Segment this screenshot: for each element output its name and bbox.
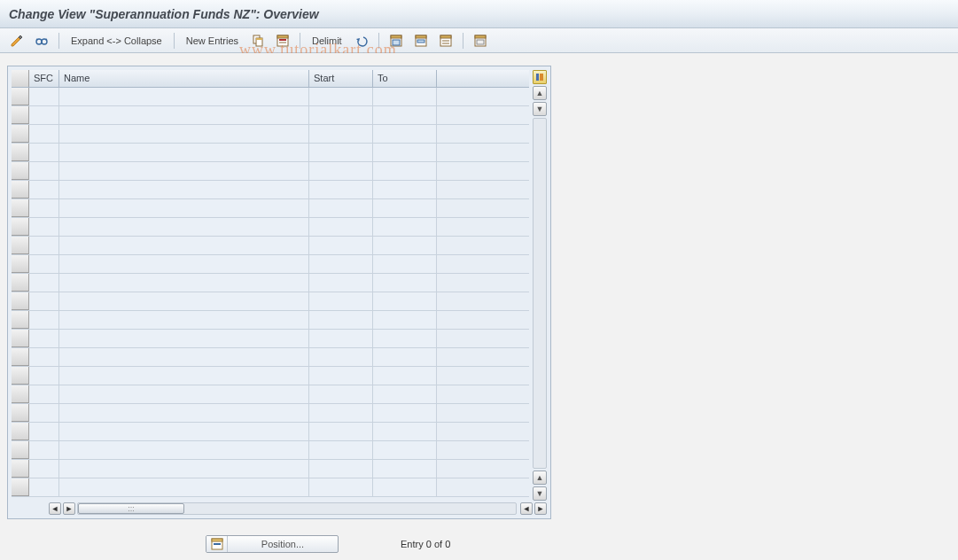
scroll-left-button[interactable]: ◄ (49, 502, 61, 515)
row-selector[interactable] (12, 144, 29, 161)
cell-to[interactable] (373, 367, 437, 385)
cell-to[interactable] (373, 441, 437, 459)
cell-name[interactable] (59, 441, 309, 459)
expand-collapse-button[interactable]: Expand <-> Collapse (65, 32, 168, 50)
cell-start[interactable] (309, 274, 373, 292)
table-row[interactable] (12, 441, 529, 460)
undo-change-button[interactable] (350, 32, 373, 50)
cell-sfc[interactable] (29, 311, 59, 329)
cell-sfc[interactable] (29, 460, 59, 478)
table-row[interactable] (12, 330, 529, 348)
row-selector[interactable] (12, 255, 29, 273)
table-row[interactable] (12, 255, 529, 274)
cell-start[interactable] (309, 125, 373, 143)
cell-name[interactable] (59, 460, 309, 478)
cell-sfc[interactable] (29, 125, 59, 143)
row-selector[interactable] (12, 125, 29, 143)
cell-sfc[interactable] (29, 423, 59, 440)
scroll-up-button[interactable]: ▲ (533, 86, 547, 100)
cell-name[interactable] (59, 404, 309, 422)
cell-start[interactable] (309, 237, 373, 254)
cell-name[interactable] (59, 237, 309, 254)
row-selector[interactable] (12, 292, 29, 310)
cell-to[interactable] (373, 330, 437, 347)
row-selector[interactable] (12, 199, 29, 217)
cell-start[interactable] (309, 423, 373, 440)
cell-sfc[interactable] (29, 237, 59, 254)
cell-to[interactable] (373, 460, 437, 478)
cell-sfc[interactable] (29, 106, 59, 124)
table-row[interactable] (12, 460, 529, 478)
cell-name[interactable] (59, 181, 309, 198)
cell-to[interactable] (373, 404, 437, 422)
cell-name[interactable] (59, 162, 309, 180)
delete-button[interactable] (271, 32, 294, 50)
cell-start[interactable] (309, 367, 373, 385)
cell-to[interactable] (373, 125, 437, 143)
cell-name[interactable] (59, 478, 309, 496)
table-row[interactable] (12, 274, 529, 292)
cell-sfc[interactable] (29, 404, 59, 422)
cell-to[interactable] (373, 348, 437, 366)
cell-to[interactable] (373, 255, 437, 273)
cell-start[interactable] (309, 330, 373, 347)
cell-start[interactable] (309, 292, 373, 310)
cell-sfc[interactable] (29, 144, 59, 161)
table-row[interactable] (12, 218, 529, 237)
cell-name[interactable] (59, 348, 309, 366)
table-row[interactable] (12, 404, 529, 423)
table-row[interactable] (12, 125, 529, 144)
horizontal-scroll-track[interactable]: ::: (77, 502, 517, 515)
cell-sfc[interactable] (29, 478, 59, 496)
cell-sfc[interactable] (29, 348, 59, 366)
cell-name[interactable] (59, 311, 309, 329)
cell-sfc[interactable] (29, 88, 59, 105)
cell-start[interactable] (309, 106, 373, 124)
row-selector[interactable] (12, 460, 29, 478)
cell-sfc[interactable] (29, 255, 59, 273)
table-row[interactable] (12, 348, 529, 367)
cell-name[interactable] (59, 423, 309, 440)
cell-sfc[interactable] (29, 367, 59, 385)
row-selector[interactable] (12, 404, 29, 422)
cell-name[interactable] (59, 106, 309, 124)
cell-to[interactable] (373, 423, 437, 440)
cell-start[interactable] (309, 218, 373, 236)
table-row[interactable] (12, 237, 529, 255)
scroll-down2-button[interactable]: ▼ (533, 486, 547, 501)
cell-name[interactable] (59, 330, 309, 347)
scroll-down-button[interactable]: ▼ (533, 102, 547, 116)
cell-start[interactable] (309, 348, 373, 366)
cell-start[interactable] (309, 385, 373, 403)
row-selector[interactable] (12, 218, 29, 236)
scroll-right2-button[interactable]: ► (534, 502, 547, 515)
select-all-button[interactable] (385, 32, 408, 50)
row-selector[interactable] (12, 330, 29, 347)
col-header-to[interactable]: To (373, 70, 437, 87)
horizontal-scroll-thumb[interactable]: ::: (78, 503, 184, 514)
cell-to[interactable] (373, 218, 437, 236)
select-block-button[interactable] (409, 32, 432, 50)
row-selector[interactable] (12, 311, 29, 329)
cell-name[interactable] (59, 125, 309, 143)
cell-sfc[interactable] (29, 218, 59, 236)
scroll-left2-button[interactable]: ◄ (520, 502, 533, 515)
cell-name[interactable] (59, 367, 309, 385)
cell-sfc[interactable] (29, 330, 59, 347)
cell-sfc[interactable] (29, 385, 59, 403)
cell-sfc[interactable] (29, 181, 59, 198)
row-selector[interactable] (12, 237, 29, 254)
cell-start[interactable] (309, 162, 373, 180)
cell-name[interactable] (59, 144, 309, 161)
cell-start[interactable] (309, 460, 373, 478)
cell-to[interactable] (373, 311, 437, 329)
other-view-button[interactable] (30, 32, 53, 50)
cell-to[interactable] (373, 88, 437, 105)
row-selector[interactable] (12, 181, 29, 198)
cell-to[interactable] (373, 292, 437, 310)
table-row[interactable] (12, 144, 529, 162)
table-row[interactable] (12, 478, 529, 497)
row-selector[interactable] (12, 348, 29, 366)
scroll-right-button[interactable]: ► (63, 502, 75, 515)
cell-name[interactable] (59, 385, 309, 403)
